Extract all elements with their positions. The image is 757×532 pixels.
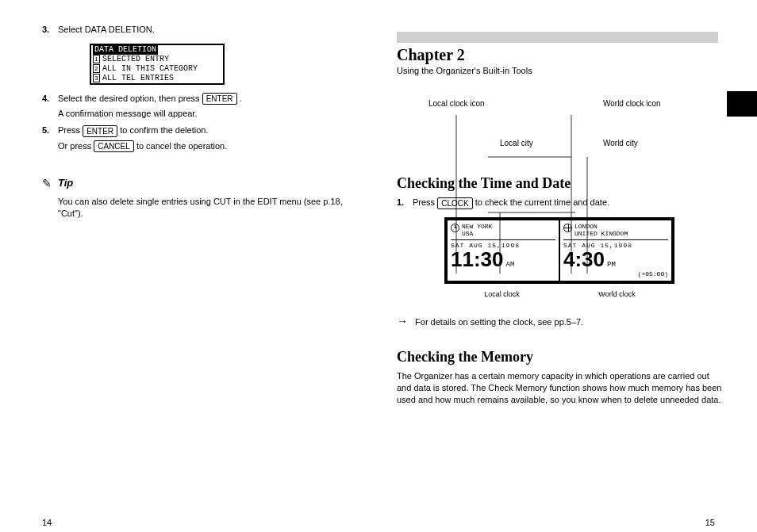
world-offset: (+05:00) — [563, 270, 668, 277]
thumb-tab — [727, 91, 757, 117]
clock-display: NEW YORK USA SAT AUG 15,1998 11:30 AM LO… — [444, 217, 674, 284]
clock-captions: Local clock World clock — [444, 290, 674, 298]
local-city: NEW YORK — [462, 223, 492, 230]
step-3: 3. Select DATA DELETION. — [42, 24, 359, 36]
world-ampm: PM — [607, 262, 616, 269]
globe-icon — [563, 224, 572, 232]
step-text: Select the desired option, then press — [58, 94, 202, 103]
page-number-left: 14 — [42, 518, 52, 527]
step-number: 4. — [42, 93, 58, 120]
tip-block: ✎ Tip — [42, 176, 359, 191]
local-time: 11:30 — [451, 249, 504, 270]
step-5: 5. Press ENTER to confirm the deletion. … — [42, 124, 359, 152]
section-memory: Checking the Memory — [397, 349, 722, 366]
key-enter: ENTER — [202, 93, 237, 105]
caption-local: Local clock — [444, 290, 559, 298]
clock-step-1: 1. Press CLOCK to check the current time… — [397, 197, 722, 209]
clock-note: For details on setting the clock, see pp… — [415, 317, 583, 327]
world-city: LONDON — [574, 223, 598, 230]
tip-label: Tip — [58, 176, 73, 191]
lcd-data-deletion-menu: DATA DELETION 1SELECTED ENTRY 2ALL IN TH… — [90, 44, 225, 85]
world-clock-panel: LONDON UNITED KINGDOM SAT AUG 15,1998 4:… — [559, 220, 671, 281]
step-subtext: A confirmation message will appear. — [58, 108, 359, 120]
key-enter: ENTER — [83, 125, 117, 137]
chapter-title: Chapter 2 — [397, 46, 722, 64]
step-number: 5. — [42, 124, 58, 152]
chapter-subtitle: Using the Organizer's Built-in Tools — [397, 66, 722, 75]
key-clock: CLOCK — [437, 197, 472, 209]
step-text: Select DATA DELETION. — [58, 24, 359, 36]
caption-world: World clock — [559, 290, 674, 298]
callout-world-icon: World clock icon — [603, 99, 661, 108]
world-time: 4:30 — [563, 249, 605, 270]
callout-local-icon: Local clock icon — [428, 99, 485, 108]
key-cancel: CANCEL — [94, 140, 134, 152]
pencil-icon: ✎ — [42, 176, 58, 191]
local-ampm: AM — [506, 262, 515, 269]
step-number: 1. — [397, 197, 413, 209]
local-country: USA — [462, 230, 473, 237]
callout-local-city: Local city — [500, 139, 533, 147]
memory-body: The Organizer has a certain memory capac… — [397, 370, 722, 406]
world-country: UNITED KINGDOM — [574, 230, 628, 237]
lcd-menu-item: 1SELECTED ENTRY — [91, 55, 223, 64]
step-text: Press — [58, 125, 83, 135]
lcd-menu-title: DATA DELETION — [93, 45, 158, 55]
lcd-menu-item: 2ALL IN THIS CATEGORY — [91, 64, 223, 74]
page-number-right: 15 — [705, 518, 715, 527]
lcd-menu-item: 3ALL TEL ENTRIES — [91, 74, 223, 83]
step-4: 4. Select the desired option, then press… — [42, 93, 359, 120]
arrow-icon: → — [397, 314, 413, 329]
callout-world-city: World city — [603, 139, 638, 147]
clock-icon — [451, 224, 459, 232]
local-clock-panel: NEW YORK USA SAT AUG 15,1998 11:30 AM — [448, 220, 559, 281]
step-number: 3. — [42, 24, 58, 36]
section-time-date: Checking the Time and Date — [397, 175, 722, 192]
tip-text: You can also delete single entries using… — [58, 196, 359, 220]
